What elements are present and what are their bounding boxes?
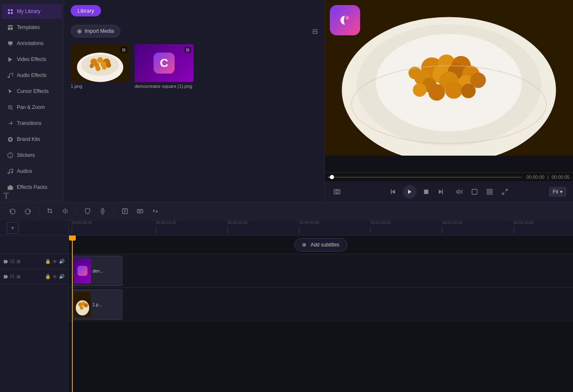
sidebar-item-stickers[interactable]: Stickers	[2, 148, 62, 163]
sidebar-item-video-effects[interactable]: Video Effects	[2, 52, 62, 67]
play-button[interactable]	[403, 185, 416, 199]
text-box-button[interactable]	[119, 206, 131, 216]
preview-track[interactable]	[328, 177, 522, 178]
eye-icon-2[interactable]: 👁	[53, 259, 57, 264]
timeline-left-panel: + T 02 🔒 👁 🔊 01	[0, 220, 69, 392]
sidebar-label-pan-zoom: Pan & Zoom	[17, 104, 45, 110]
sidebar-item-annotations[interactable]: Annotations	[2, 36, 62, 51]
media-item-1[interactable]: ⊟ 1.png	[71, 44, 130, 89]
volume-button[interactable]	[454, 187, 464, 197]
video-track-2-label: 02 🔒 👁 🔊	[0, 254, 68, 269]
fit-label: Fit	[553, 189, 558, 195]
add-subtitles-label: Add subtitles	[310, 242, 340, 248]
preview-dc-icon	[330, 5, 360, 35]
sidebar-item-my-library[interactable]: My Library	[2, 4, 62, 19]
fit-select[interactable]: Fit ▾	[549, 187, 566, 196]
transitions-icon	[7, 120, 13, 127]
shield-button[interactable]	[82, 206, 93, 216]
rewind-button[interactable]	[388, 187, 398, 197]
screenshot-button[interactable]	[332, 186, 342, 197]
library-tab[interactable]: Library	[71, 5, 101, 16]
caption-button[interactable]	[134, 206, 146, 216]
toolbar	[0, 202, 573, 220]
clip-name-2: den...	[93, 269, 103, 273]
preview-controls: 00:00:00 | 00:00:05	[325, 172, 573, 202]
svg-rect-75	[137, 209, 143, 213]
food-preview-image	[325, 0, 573, 156]
ruler-mark-1: 00:00:16:20	[156, 220, 176, 225]
ruler-mark-3: 00:00:50:00	[299, 220, 319, 225]
media-grid: ⊟ 1.png ⊟ democreator-square (1).png	[64, 41, 324, 92]
stop-button[interactable]	[422, 187, 431, 196]
svg-rect-2	[8, 12, 9, 13]
sidebar-item-audios[interactable]: Audios	[2, 164, 62, 179]
track-2-icons: 🔒 👁 🔊	[45, 259, 65, 264]
fast-forward-button[interactable]	[436, 187, 446, 197]
preview-main	[325, 0, 573, 172]
svg-rect-61	[487, 189, 489, 191]
sidebar-label-my-library: My Library	[17, 8, 40, 14]
timeline-ruler[interactable]: 00:00:00:00 00:00:16:20 00:00:33:10 00:0…	[69, 220, 573, 236]
sidebar-label-effects-packs: Effects Packs	[17, 184, 47, 190]
video-clip-1[interactable]: 1.p...	[72, 289, 122, 320]
svg-marker-7	[8, 57, 12, 61]
svg-marker-55	[408, 189, 411, 194]
media-name-1: 1.png	[71, 84, 130, 89]
ruler-mark-2: 00:00:33:10	[228, 220, 248, 225]
svg-rect-56	[424, 189, 429, 194]
ruler-mark-4: 00:01:06:20	[371, 220, 391, 225]
eye-icon-1[interactable]: 👁	[53, 274, 57, 279]
svg-rect-58	[442, 189, 443, 194]
sidebar-item-transitions[interactable]: Transitions	[2, 116, 62, 131]
crop-tool-button[interactable]	[44, 206, 56, 216]
sidebar-item-audio-effects[interactable]: Audio Effects	[2, 68, 62, 83]
svg-marker-53	[392, 189, 395, 194]
redo-button[interactable]	[22, 206, 34, 216]
import-media-button[interactable]: ⊕ Import Media	[71, 25, 120, 37]
audios-icon	[7, 168, 13, 175]
add-track-button[interactable]: +	[7, 222, 19, 234]
sidebar-item-cursor-effects[interactable]: Cursor Effects	[2, 84, 62, 99]
audio-icon-1[interactable]: 🔊	[59, 274, 65, 279]
svg-rect-4	[8, 25, 12, 26]
crop-button[interactable]	[470, 187, 480, 197]
svg-line-65	[505, 189, 507, 191]
audio-icon-2[interactable]: 🔊	[59, 259, 65, 264]
preview-thumb	[330, 175, 334, 179]
media-item-2[interactable]: ⊟ democreator-square (1).png	[135, 44, 194, 89]
clip-thumb-1	[74, 292, 91, 317]
filter-icon[interactable]: ⊟	[312, 27, 318, 35]
media-name-2: democreator-square (1).png	[135, 84, 194, 89]
library-header: Library	[64, 0, 324, 21]
mic-button[interactable]	[97, 206, 109, 216]
preview-timeline-bar[interactable]: 00:00:00 | 00:00:05	[325, 173, 573, 181]
sidebar-item-pan-zoom[interactable]: Pan & Zoom	[2, 100, 62, 115]
video-clip-2[interactable]: den...	[72, 256, 122, 286]
library-panel: Library ⊕ Import Media ⊟	[64, 0, 325, 202]
templates-icon	[7, 24, 13, 31]
effects-packs-icon	[7, 184, 13, 191]
svg-rect-63	[487, 192, 489, 194]
svg-marker-59	[456, 190, 459, 193]
add-subtitles-button[interactable]: ⊕ Add subtitles	[294, 238, 348, 252]
grid-button[interactable]	[485, 187, 495, 197]
split-button[interactable]	[59, 206, 71, 216]
svg-rect-84	[4, 275, 7, 278]
svg-rect-54	[391, 189, 392, 194]
lock-icon-2[interactable]: 🔒	[45, 259, 51, 264]
undo-button[interactable]	[7, 206, 19, 216]
sidebar-item-brand-kits[interactable]: Brand Kits	[2, 132, 62, 147]
fit-chevron-icon: ▾	[560, 189, 562, 195]
arrows-button[interactable]	[149, 206, 161, 216]
lock-icon-1[interactable]: 🔒	[45, 274, 51, 279]
svg-rect-81	[19, 260, 20, 261]
expand-button[interactable]	[500, 187, 510, 197]
svg-rect-6	[11, 27, 13, 29]
add-subtitles-icon: ⊕	[302, 242, 306, 248]
timeline-area: + T 02 🔒 👁 🔊 01	[0, 220, 573, 392]
svg-point-102	[80, 306, 83, 310]
playhead-marker	[69, 236, 76, 241]
sidebar-item-effects-packs[interactable]: Effects Packs	[2, 180, 62, 195]
sidebar-item-templates[interactable]: Templates	[2, 20, 62, 35]
track-1-icons: 🔒 👁 🔊	[45, 274, 65, 279]
